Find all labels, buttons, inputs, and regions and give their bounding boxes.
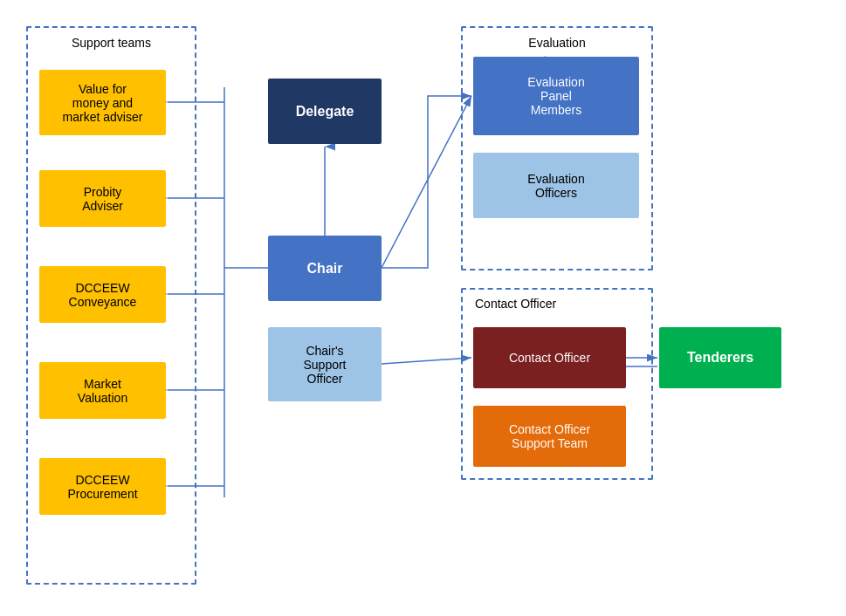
chairs-support-box: Chair's Support Officer — [268, 327, 382, 401]
chair-box: Chair — [268, 236, 382, 301]
dcceew-proc-box: DCCEEW Procurement — [39, 458, 166, 515]
probity-box: Probity Adviser — [39, 170, 166, 227]
market-val-box: Market Valuation — [39, 362, 166, 419]
diagram: Support teams Evaluationteam Contact Off… — [0, 0, 846, 616]
value-money-box: Value for money and market adviser — [39, 70, 166, 135]
svg-line-5 — [382, 96, 471, 268]
contact-support-box: Contact Officer Support Team — [473, 406, 626, 467]
eval-officers-box: Evaluation Officers — [473, 153, 639, 218]
contact-officer-group-label: Contact Officer — [475, 297, 556, 311]
tenderers-box: Tenderers — [659, 327, 781, 388]
contact-officer-box: Contact Officer — [473, 327, 626, 388]
svg-line-6 — [382, 358, 471, 364]
support-teams-label: Support teams — [72, 35, 151, 52]
eval-panel-box: Evaluation Panel Members — [473, 57, 639, 135]
dcceew-conv-box: DCCEEW Conveyance — [39, 266, 166, 323]
delegate-box: Delegate — [268, 79, 382, 144]
